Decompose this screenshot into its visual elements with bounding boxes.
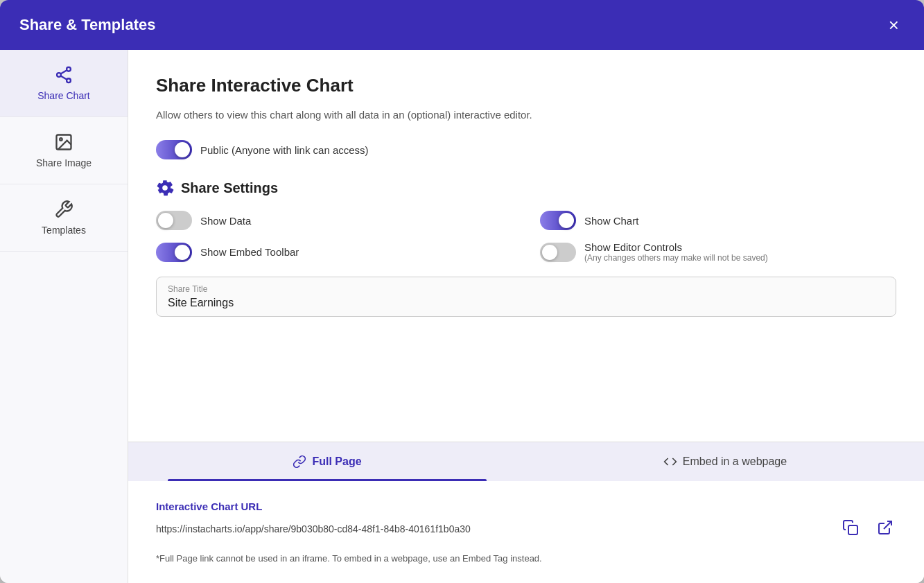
show-editor-controls-row: Show Editor Controls (Any changes others… — [540, 241, 896, 263]
svg-rect-7 — [848, 525, 857, 534]
svg-point-6 — [60, 138, 62, 141]
svg-point-2 — [67, 78, 71, 82]
modal: Share & Templates × Share Chart — [0, 0, 924, 583]
tab-full-page-label: Full Page — [312, 455, 361, 468]
svg-line-4 — [61, 76, 67, 80]
editor-controls-sub-label: (Any changes others may make will not be… — [584, 253, 768, 263]
public-toggle-row: Public (Anyone with link can access) — [156, 140, 896, 159]
show-chart-label: Show Chart — [584, 215, 638, 227]
copy-url-button[interactable] — [839, 516, 862, 541]
copy-icon — [842, 519, 859, 536]
show-data-toggle[interactable] — [156, 211, 192, 230]
share-title-label: Share Title — [168, 284, 884, 294]
url-section-title: Interactive Chart URL — [156, 501, 896, 512]
editor-controls-label: Show Editor Controls (Any changes others… — [584, 241, 768, 263]
show-embed-toolbar-row: Show Embed Toolbar — [156, 241, 512, 263]
svg-line-3 — [61, 71, 67, 74]
sidebar-templates-label: Templates — [42, 225, 86, 236]
share-title-wrapper: Share Title — [156, 277, 896, 317]
url-footnote: *Full Page link cannot be used in an ifr… — [156, 553, 896, 564]
url-row: https://instacharts.io/app/share/9b030b8… — [156, 516, 896, 541]
code-icon — [663, 455, 677, 469]
tabs-area: Full Page Embed in a webpage — [128, 442, 924, 481]
modal-header: Share & Templates × — [0, 0, 924, 50]
share-settings: Share Settings Show Data — [156, 179, 896, 317]
url-section: Interactive Chart URL https://instachart… — [128, 481, 924, 583]
show-embed-toolbar-toggle[interactable] — [156, 243, 192, 262]
sidebar: Share Chart Share Image Templates — [0, 50, 128, 583]
show-data-row: Show Data — [156, 211, 512, 230]
share-image-icon — [54, 132, 73, 152]
templates-icon — [54, 200, 73, 219]
close-button[interactable]: × — [883, 13, 905, 37]
content-top: Share Interactive Chart Allow others to … — [128, 50, 924, 442]
main-content: Share Interactive Chart Allow others to … — [128, 50, 924, 583]
show-chart-row: Show Chart — [540, 211, 896, 230]
url-text: https://instacharts.io/app/share/9b030b8… — [156, 523, 827, 534]
sidebar-share-chart-label: Share Chart — [37, 90, 89, 101]
share-chart-icon — [54, 65, 73, 85]
subtitle: Allow others to view this chart along wi… — [156, 109, 896, 121]
section-title: Share Interactive Chart — [156, 75, 896, 96]
share-title-input[interactable] — [168, 297, 884, 309]
tab-full-page[interactable]: Full Page — [128, 442, 526, 481]
settings-heading-text: Share Settings — [181, 180, 278, 196]
sidebar-item-templates[interactable]: Templates — [0, 184, 128, 252]
modal-body: Share Chart Share Image Templates — [0, 50, 924, 583]
modal-title: Share & Templates — [19, 16, 155, 34]
editor-controls-main-label: Show Editor Controls — [584, 241, 768, 253]
sidebar-share-image-label: Share Image — [36, 157, 91, 168]
svg-point-0 — [67, 67, 71, 71]
open-url-button[interactable] — [874, 516, 896, 541]
settings-gear-icon — [156, 179, 174, 197]
show-data-label: Show Data — [200, 215, 251, 227]
sidebar-item-share-image[interactable]: Share Image — [0, 117, 128, 184]
tab-embed[interactable]: Embed in a webpage — [526, 442, 924, 481]
svg-point-1 — [57, 73, 61, 77]
show-chart-toggle[interactable] — [540, 211, 576, 230]
link-icon — [293, 455, 306, 469]
tab-embed-label: Embed in a webpage — [683, 455, 787, 468]
settings-grid: Show Data Show Chart — [156, 211, 896, 263]
external-link-icon — [877, 519, 894, 536]
public-toggle-label: Public (Anyone with link can access) — [200, 144, 369, 156]
tabs-row: Full Page Embed in a webpage — [128, 442, 924, 481]
public-toggle[interactable] — [156, 140, 192, 159]
svg-line-8 — [884, 521, 891, 529]
show-editor-controls-toggle[interactable] — [540, 243, 576, 262]
sidebar-item-share-chart[interactable]: Share Chart — [0, 50, 128, 117]
show-embed-toolbar-label: Show Embed Toolbar — [200, 246, 299, 258]
settings-heading: Share Settings — [156, 179, 896, 197]
